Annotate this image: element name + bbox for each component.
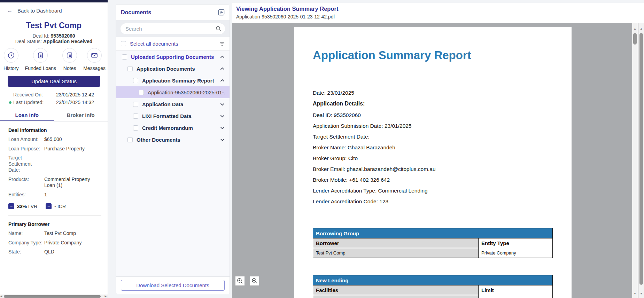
deal-title: Test Pvt Comp xyxy=(0,21,108,30)
chevron-down-icon[interactable] xyxy=(220,126,225,130)
tabs-divider xyxy=(0,121,108,121)
info-row-target-settlement: Target Settlement Date: xyxy=(8,155,101,173)
checkbox[interactable] xyxy=(122,54,127,60)
tree-item-other-documents[interactable]: Other Documents xyxy=(116,134,230,146)
select-all-checkbox[interactable] xyxy=(121,41,126,46)
tree-item-uploaded-supporting-documents[interactable]: Uploaded Supporting Documents xyxy=(116,51,230,63)
pdf-outer-scrollbar[interactable]: ▲ ▼ xyxy=(638,23,644,298)
minus-icon: − xyxy=(8,203,14,209)
documents-panel: Documents Select all documents Uploaded … xyxy=(116,4,230,294)
pdf-details-heading: Application Details: xyxy=(313,101,365,107)
pdf-inner-scrollbar[interactable]: ▲ ▼ xyxy=(632,23,638,298)
tree-item-application-summary-report[interactable]: Application Summary Report xyxy=(116,74,230,86)
tree-item-lixi-formatted-data[interactable]: LIXI Formatted Data xyxy=(116,110,230,122)
table-row: Test Pvt Comp Private Company xyxy=(313,248,552,258)
pdf-line: Broker Mobile: +61 402 326 642 xyxy=(313,177,390,183)
chevron-up-icon[interactable] xyxy=(220,55,225,58)
table-title: Borrowing Group xyxy=(313,228,552,238)
tree-item-application-pdf-selected[interactable]: Application-953502060-2025-01-... xyxy=(116,86,230,98)
deal-sidebar: ←Back to Dashboard Test Pvt Comp Deal Id… xyxy=(0,0,108,298)
checkbox[interactable] xyxy=(133,125,138,131)
last-updated-value: 23/01/2025 14:32 xyxy=(56,100,94,105)
scroll-down-icon[interactable]: ▼ xyxy=(638,292,644,295)
search-icon xyxy=(216,26,222,32)
search-input[interactable] xyxy=(121,23,225,34)
pdf-line: Lender Accreditation Type: Commercial Le… xyxy=(313,188,428,194)
pdf-line: Lender Accreditation Code: 123 xyxy=(313,198,388,205)
checkbox[interactable] xyxy=(127,137,133,142)
checkbox[interactable] xyxy=(133,78,138,83)
back-arrow-icon: ← xyxy=(7,8,13,14)
documents-title: Documents xyxy=(121,9,151,16)
pdf-line-date: Date: 23/01/2025 xyxy=(313,90,354,96)
pdf-line: Deal ID: 953502060 xyxy=(313,112,361,118)
info-row-loan-purpose: Loan Purpose: Purchase Property xyxy=(8,146,101,152)
documents-tree: Uploaded Supporting Documents Applicatio… xyxy=(116,51,230,146)
primary-borrower-heading: Primary Borrower xyxy=(8,221,101,227)
history-button[interactable]: History xyxy=(3,48,19,71)
checkbox[interactable] xyxy=(133,102,138,107)
chevron-up-icon[interactable] xyxy=(220,67,225,70)
loan-info-panel: Deal Information Loan Amount: $65,000 Lo… xyxy=(8,127,101,258)
select-all-row[interactable]: Select all documents xyxy=(116,37,230,51)
table-cell xyxy=(479,295,552,298)
horizontal-scroll-thumb[interactable] xyxy=(4,295,101,298)
borrower-row-company-type: Company Type: Private Company xyxy=(8,240,101,246)
table-cell: Private Company xyxy=(479,248,552,258)
deal-status-value: Application Received xyxy=(43,39,93,44)
scroll-left-icon[interactable]: ◀ xyxy=(0,295,2,298)
sidebar-horizontal-scrollbar[interactable]: ◀ ▶ xyxy=(0,295,108,298)
pdf-line: Broker Name: Ghazal Barazandeh xyxy=(313,144,395,151)
chevron-down-icon[interactable] xyxy=(220,138,225,141)
clock-icon xyxy=(8,52,15,59)
pdf-line: Broker Email: ghazal.barazandeh@citoplus… xyxy=(313,166,436,172)
scroll-right-icon[interactable]: ▶ xyxy=(105,295,107,298)
chevron-up-icon[interactable] xyxy=(220,79,225,82)
chevron-down-icon[interactable] xyxy=(220,103,225,106)
borrower-row-name: Name: Test Pvt Comp xyxy=(8,230,101,237)
viewing-title: Viewing Application Summary Report xyxy=(236,6,644,12)
envelope-icon xyxy=(91,52,98,59)
messages-button[interactable]: Messages xyxy=(83,48,106,71)
borrower-row-state: State: QLD xyxy=(8,249,101,255)
filter-icon[interactable] xyxy=(219,42,225,46)
status-dot xyxy=(9,101,11,104)
collapse-panel-icon[interactable] xyxy=(218,9,225,16)
tree-item-credit-memorandum[interactable]: Credit Memorandum xyxy=(116,122,230,134)
checkbox[interactable] xyxy=(139,90,144,95)
sidebar-top-strip xyxy=(0,0,108,2)
tab-loan-info[interactable]: Loan Info xyxy=(0,110,54,121)
zoom-out-button[interactable] xyxy=(250,276,259,285)
download-selected-documents-button[interactable]: Download Selected Documents xyxy=(121,280,225,291)
scroll-down-icon[interactable]: ▼ xyxy=(632,292,638,295)
table-title: New Lending xyxy=(313,275,552,285)
table-header-cell: Limit xyxy=(479,285,552,295)
funded-loans-button[interactable]: Funded Loans xyxy=(25,48,56,71)
info-row-loan-amount: Loan Amount: $65,000 xyxy=(8,136,101,143)
notes-button[interactable]: Notes xyxy=(62,48,77,71)
scroll-up-icon[interactable]: ▲ xyxy=(632,27,638,30)
tree-item-application-data[interactable]: Application Data xyxy=(116,98,230,110)
deal-action-buttons: History Funded Loans Notes Messages xyxy=(3,48,106,71)
checkbox[interactable] xyxy=(127,66,133,71)
checkbox[interactable] xyxy=(133,113,138,119)
tree-item-application-documents[interactable]: Application Documents xyxy=(116,63,230,74)
table-header-cell: Entity Type xyxy=(479,238,552,248)
zoom-in-button[interactable] xyxy=(235,276,245,285)
inner-scroll-thumb[interactable] xyxy=(633,33,637,45)
outer-scroll-thumb[interactable] xyxy=(639,33,643,285)
chevron-down-icon[interactable] xyxy=(220,115,225,118)
received-on-value: 23/01/2025 12:42 xyxy=(56,92,94,97)
update-deal-status-button[interactable]: Update Deal Status xyxy=(8,76,100,87)
scroll-up-icon[interactable]: ▲ xyxy=(638,27,644,30)
table-header-cell: Borrower xyxy=(313,238,479,248)
back-to-dashboard-link[interactable]: ←Back to Dashboard xyxy=(7,8,62,14)
pdf-line: Target Settlement Date: xyxy=(313,134,370,140)
zoom-in-icon xyxy=(237,278,243,284)
lvr-badge: − 33% LVR xyxy=(8,203,37,209)
pdf-line: Application Submission Date: 23/01/2025 xyxy=(313,123,412,129)
back-label: Back to Dashboard xyxy=(17,8,62,14)
deal-information-heading: Deal Information xyxy=(8,127,101,133)
deal-id-line: Deal Id: 953502060 xyxy=(0,33,108,39)
tab-broker-info[interactable]: Broker Info xyxy=(54,110,108,121)
